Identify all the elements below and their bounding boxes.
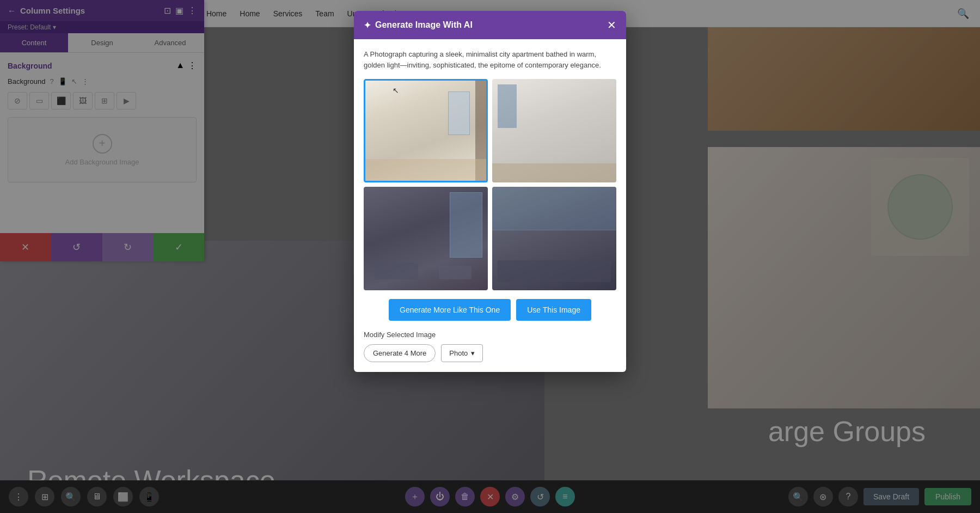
window-decoration xyxy=(448,91,470,135)
ai-image-4[interactable] xyxy=(492,187,616,290)
ai-image-2[interactable] xyxy=(492,79,616,182)
ai-prompt-text: A Photograph capturing a sleek, minimali… xyxy=(364,49,616,70)
photo-select-dropdown[interactable]: Photo ▾ xyxy=(441,344,483,362)
img3-table xyxy=(439,266,471,279)
ai-modal-close-button[interactable]: ✕ xyxy=(607,19,616,32)
ai-modal-title: ✦ Generate Image With AI xyxy=(364,20,473,30)
img3-window xyxy=(450,192,482,258)
img3-sofa xyxy=(375,263,418,279)
ai-image-3[interactable] xyxy=(364,187,488,290)
modify-label: Modify Selected Image xyxy=(364,331,616,339)
generate-4-button[interactable]: Generate 4 More xyxy=(364,344,436,362)
ai-modal-header: ✦ Generate Image With AI ✕ xyxy=(354,11,626,39)
ai-images-grid: ↖ xyxy=(364,79,616,290)
img4-window xyxy=(492,187,616,230)
ai-modal-body: A Photograph capturing a sleek, minimali… xyxy=(354,39,626,372)
ai-action-buttons: Generate More Like This One Use This Ima… xyxy=(364,299,616,321)
ai-image-1[interactable]: ↖ xyxy=(364,79,488,182)
generate-more-button[interactable]: Generate More Like This One xyxy=(389,299,511,321)
img2-window xyxy=(498,84,517,128)
use-image-button[interactable]: Use This Image xyxy=(516,299,591,321)
ai-wand-icon: ✦ xyxy=(364,20,371,30)
img4-bed xyxy=(498,260,611,282)
modify-controls: Generate 4 More Photo ▾ xyxy=(364,344,616,362)
floor-decoration xyxy=(365,159,486,181)
cursor-on-image: ↖ xyxy=(393,86,399,95)
ai-image-modal: ✦ Generate Image With AI ✕ A Photograph … xyxy=(354,11,626,372)
modify-section: Modify Selected Image Generate 4 More Ph… xyxy=(364,331,616,362)
chevron-down-icon: ▾ xyxy=(471,349,475,357)
img2-floor xyxy=(492,163,616,182)
